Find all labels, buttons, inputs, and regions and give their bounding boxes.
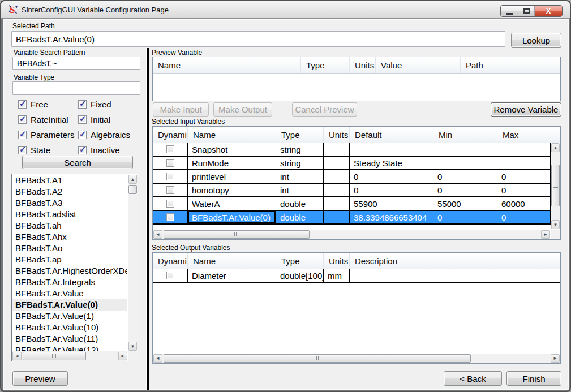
- checkbox[interactable]: ✓: [78, 100, 87, 109]
- scroll-left-button[interactable]: ◄: [153, 354, 162, 363]
- filter-checkbox-free[interactable]: ✓Free: [18, 100, 78, 109]
- row-checkbox[interactable]: [166, 213, 174, 221]
- column-header-units[interactable]: Units: [350, 57, 376, 73]
- column-header-dynamic[interactable]: Dynamic: [153, 127, 188, 143]
- column-header-name[interactable]: Name: [153, 57, 301, 73]
- make-input-button[interactable]: Make Input: [153, 102, 209, 117]
- variable-type-input[interactable]: [12, 81, 140, 95]
- variable-list-horizontal-scrollbar[interactable]: ◄ ►: [12, 351, 127, 361]
- list-item[interactable]: BFBadsT.ah: [12, 220, 127, 231]
- column-header-dynamic[interactable]: Dynamic: [153, 253, 188, 269]
- input-table-row[interactable]: WaterAdouble559005500060000: [153, 197, 560, 211]
- filter-checkbox-inactive[interactable]: ✓Inactive: [78, 145, 140, 154]
- column-header-name[interactable]: Name: [188, 253, 276, 269]
- scroll-right-button[interactable]: ►: [551, 354, 560, 363]
- input-table-row[interactable]: BFBadsT.Ar.Value(0)double38.339486665340…: [153, 211, 560, 225]
- row-checkbox[interactable]: [166, 186, 174, 194]
- scrollbar-thumb[interactable]: [164, 230, 310, 239]
- list-item[interactable]: BFBadsT.A2: [12, 186, 127, 197]
- variable-search-pattern-input[interactable]: [12, 57, 140, 70]
- scroll-right-button[interactable]: ►: [541, 230, 550, 239]
- scrollbar-thumb[interactable]: [551, 165, 560, 206]
- input-table-row[interactable]: homotopyint000: [153, 184, 560, 197]
- output-table-horizontal-scrollbar[interactable]: ◄ ►: [153, 354, 560, 363]
- list-item[interactable]: BFBadsT.A1: [12, 175, 127, 186]
- list-item[interactable]: BFBadsT.Ar.HighestOrderXDe: [12, 265, 127, 277]
- row-checkbox[interactable]: [166, 173, 174, 180]
- column-header-name[interactable]: Name: [188, 127, 276, 143]
- list-item[interactable]: BFBadsT.Ar.Value(10): [12, 322, 127, 333]
- column-header-description[interactable]: Description: [350, 253, 560, 269]
- list-item[interactable]: BFBadsT.Ahx: [12, 231, 127, 243]
- variable-list-vertical-scrollbar[interactable]: ▲ ▼: [128, 175, 138, 351]
- list-item[interactable]: BFBadsT.Ar.Value(0): [12, 299, 127, 311]
- lookup-button[interactable]: Lookup: [511, 33, 561, 48]
- filter-checkbox-parameters[interactable]: ✓Parameters: [18, 130, 78, 139]
- input-table-row[interactable]: Snapshotstring: [153, 143, 560, 157]
- row-checkbox[interactable]: [166, 200, 174, 208]
- list-item[interactable]: BFBadsT.Ar.Value(11): [12, 333, 127, 344]
- scroll-up-button[interactable]: ▲: [551, 143, 560, 152]
- output-table-row[interactable]: Diameterdouble[100]mm: [153, 269, 560, 283]
- search-button[interactable]: Search: [22, 156, 133, 169]
- checkbox[interactable]: ✓: [18, 146, 27, 154]
- column-header-value[interactable]: Value: [376, 57, 461, 73]
- back-button[interactable]: < Back: [444, 371, 502, 386]
- filter-checkbox-rateinitial[interactable]: ✓RateInitial: [18, 115, 78, 124]
- checkbox[interactable]: ✓: [78, 115, 87, 124]
- scroll-right-button[interactable]: ►: [118, 352, 127, 360]
- list-item[interactable]: BFBadsT.Ao: [12, 243, 127, 254]
- checkbox[interactable]: ✓: [18, 115, 27, 124]
- filter-checkbox-algebraics[interactable]: ✓Algebraics: [78, 130, 140, 139]
- column-header-units[interactable]: Units: [324, 127, 350, 143]
- input-table-row[interactable]: RunModestringSteady State: [153, 157, 560, 170]
- input-table-horizontal-scrollbar[interactable]: ◄ ►: [153, 230, 550, 239]
- checkbox[interactable]: ✓: [78, 146, 87, 154]
- scroll-down-button[interactable]: ▼: [551, 220, 560, 229]
- list-item[interactable]: BFBadsT.adslist: [12, 209, 127, 220]
- column-header-default[interactable]: Default: [350, 127, 433, 143]
- list-item[interactable]: BFBadsT.Ar.Value: [12, 288, 127, 299]
- filter-checkbox-initial[interactable]: ✓Initial: [78, 115, 140, 124]
- filter-checkbox-state[interactable]: ✓State: [18, 145, 78, 154]
- checkbox[interactable]: ✓: [18, 100, 27, 109]
- row-checkbox[interactable]: [166, 272, 174, 279]
- cancel-preview-button[interactable]: Cancel Preview: [292, 102, 357, 117]
- title-bar[interactable]: S SinterConfigGUI Variable Configuration…: [1, 1, 570, 19]
- row-checkbox[interactable]: [166, 145, 174, 153]
- finish-button[interactable]: Finish: [506, 371, 561, 386]
- row-checkbox[interactable]: [166, 159, 174, 167]
- close-button[interactable]: X: [535, 6, 562, 16]
- column-header-max[interactable]: Max: [497, 127, 560, 143]
- list-item[interactable]: BFBadsT.Ar.Integrals: [12, 277, 127, 288]
- list-item[interactable]: BFBadsT.Ar.Value(1): [12, 311, 127, 322]
- scrollbar-thumb[interactable]: [164, 354, 471, 363]
- make-output-button[interactable]: Make Output: [213, 102, 272, 117]
- scroll-left-button[interactable]: ◄: [153, 230, 162, 239]
- column-header-units[interactable]: Units: [324, 253, 350, 269]
- checkbox[interactable]: ✓: [78, 131, 87, 139]
- column-header-type[interactable]: Type: [276, 253, 324, 269]
- scrollbar-thumb[interactable]: [23, 352, 86, 360]
- column-header-type[interactable]: Type: [276, 127, 324, 143]
- list-item[interactable]: BFBadsT.Ar.Value(12): [12, 344, 127, 351]
- selected-path-input[interactable]: [11, 31, 505, 47]
- column-header-path[interactable]: Path: [461, 57, 560, 73]
- list-item[interactable]: BFBadsT.ap: [12, 254, 127, 265]
- column-header-min[interactable]: Min: [433, 127, 497, 143]
- scroll-up-button[interactable]: ▲: [128, 175, 137, 184]
- input-table-vertical-scrollbar[interactable]: ▲ ▼: [551, 143, 560, 229]
- list-item[interactable]: BFBadsT.A3: [12, 197, 127, 209]
- panel-splitter[interactable]: [146, 48, 149, 390]
- preview-button[interactable]: Preview: [12, 371, 68, 386]
- scrollbar-thumb[interactable]: [128, 185, 137, 194]
- column-header-type[interactable]: Type: [301, 57, 350, 73]
- input-table-row[interactable]: printlevelint000: [153, 170, 560, 184]
- scroll-left-button[interactable]: ◄: [12, 352, 22, 360]
- remove-variable-button[interactable]: Remove Variable: [491, 102, 561, 117]
- minimize-button[interactable]: [501, 6, 518, 16]
- scroll-down-button[interactable]: ▼: [128, 342, 137, 351]
- filter-checkbox-fixed[interactable]: ✓Fixed: [78, 100, 140, 109]
- checkbox[interactable]: ✓: [18, 131, 27, 139]
- maximize-button[interactable]: [518, 6, 535, 16]
